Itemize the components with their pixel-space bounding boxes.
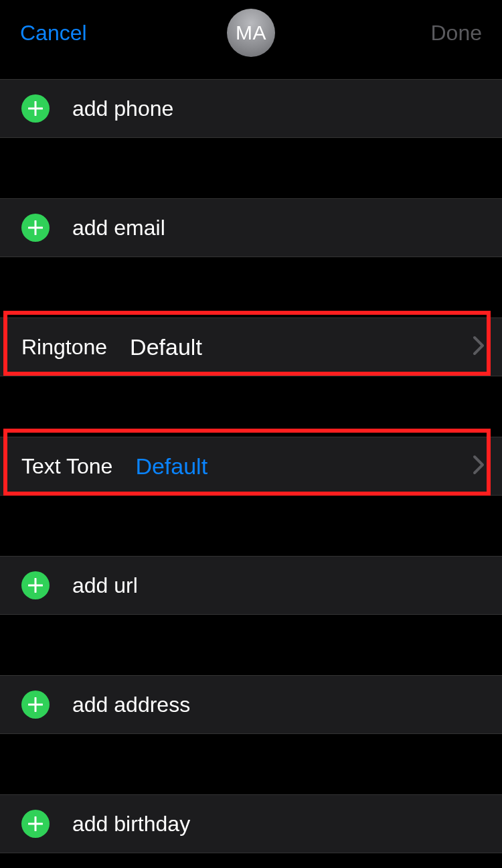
add-email-label: add email — [72, 216, 165, 240]
texttone-label: Text Tone — [21, 454, 112, 479]
add-url-label: add url — [72, 573, 138, 598]
ringtone-row[interactable]: Ringtone Default — [0, 317, 502, 376]
texttone-row[interactable]: Text Tone Default — [0, 437, 502, 496]
ringtone-label: Ringtone — [21, 335, 107, 360]
done-button[interactable]: Done — [431, 21, 483, 46]
add-phone-row[interactable]: add phone — [0, 79, 502, 138]
header: Cancel MA Done — [0, 0, 502, 66]
plus-icon[interactable] — [21, 214, 50, 242]
add-phone-label: add phone — [72, 96, 173, 121]
plus-icon[interactable] — [21, 94, 50, 123]
add-address-row[interactable]: add address — [0, 675, 502, 734]
add-email-row[interactable]: add email — [0, 198, 502, 257]
plus-icon[interactable] — [21, 691, 50, 719]
plus-icon[interactable] — [21, 571, 50, 599]
plus-icon[interactable] — [21, 810, 50, 838]
avatar[interactable]: MA — [227, 9, 275, 57]
ringtone-value: Default — [130, 334, 202, 360]
add-birthday-label: add birthday — [72, 812, 190, 837]
cancel-button[interactable]: Cancel — [20, 21, 87, 46]
chevron-right-icon — [473, 336, 485, 358]
chevron-right-icon — [473, 455, 485, 478]
add-url-row[interactable]: add url — [0, 556, 502, 615]
add-address-label: add address — [72, 693, 190, 717]
add-birthday-row[interactable]: add birthday — [0, 794, 502, 853]
texttone-value: Default — [135, 453, 207, 480]
avatar-initials: MA — [236, 21, 266, 44]
